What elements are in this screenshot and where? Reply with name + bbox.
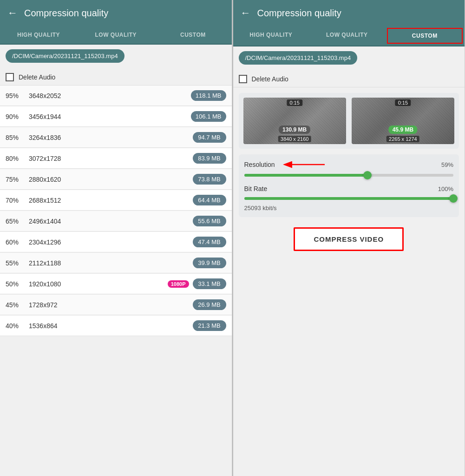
quality-percent: 90%	[6, 113, 29, 120]
right-back-button[interactable]: ←	[241, 7, 251, 19]
bitrate-kbits: 25093 kbit/s	[244, 205, 454, 212]
quality-size: 118.1 MB	[191, 90, 226, 101]
right-delete-audio-label: Delete Audio	[252, 75, 288, 83]
table-row[interactable]: 85%3264x183694.7 MB	[0, 127, 232, 148]
quality-size: 33.1 MB	[193, 278, 226, 289]
left-tab-high-quality[interactable]: HIGH QUALITY	[0, 26, 77, 44]
thumb-original-time: 0:15	[287, 99, 302, 106]
bitrate-label-row: Bit Rate 100%	[244, 185, 454, 192]
quality-resolution: 2880x1620	[29, 176, 193, 183]
badge-1080p: 1080P	[168, 280, 189, 288]
compress-btn-container: COMPRESS VIDEO	[239, 223, 459, 256]
resolution-slider-row: Resolution 59%	[244, 160, 454, 178]
left-tab-custom[interactable]: CUSTOM	[154, 26, 231, 44]
right-header: ← Compression quality	[233, 0, 465, 26]
quality-percent: 60%	[6, 238, 29, 246]
thumb-original-size: 130.9 MB	[279, 126, 310, 134]
thumb-compressed-size: 45.9 MB	[389, 126, 417, 134]
preview-original: 0:15 130.9 MB 3840 x 2160	[243, 98, 346, 144]
table-row[interactable]: 90%3456x1944106.1 MB	[0, 106, 232, 127]
thumb-original-container: 0:15 130.9 MB 3840 x 2160	[243, 98, 346, 144]
resolution-value: 59%	[441, 161, 453, 168]
quality-percent: 40%	[6, 322, 29, 330]
left-delete-audio-row: Delete Audio	[0, 69, 232, 86]
left-title: Compression quality	[24, 8, 108, 19]
quality-percent: 85%	[6, 134, 29, 141]
table-row[interactable]: 50%1920x10801080P33.1 MB	[0, 274, 232, 294]
bitrate-slider-fill	[244, 197, 454, 200]
quality-resolution: 1920x1080	[29, 280, 168, 288]
resolution-slider-fill	[244, 174, 368, 177]
quality-resolution: 2688x1512	[29, 197, 193, 204]
left-quality-list: 95%3648x2052118.1 MB90%3456x1944106.1 MB…	[0, 86, 232, 476]
thumb-compressed-container: 0:15 45.9 MB 2265 x 1274	[352, 98, 454, 144]
left-back-button[interactable]: ←	[7, 7, 18, 19]
left-file-path-container: /DCIM/Camera/20231121_115203.mp4	[0, 45, 232, 69]
table-row[interactable]: 80%3072x172883.9 MB	[0, 148, 232, 169]
quality-size: 83.9 MB	[193, 153, 226, 164]
right-file-path: /DCIM/Camera/20231121_115203.mp4	[239, 51, 358, 65]
right-delete-audio-checkbox[interactable]	[239, 75, 247, 83]
quality-resolution: 3648x2052	[29, 92, 191, 99]
table-row[interactable]: 70%2688x151264.4 MB	[0, 190, 232, 211]
compress-video-button[interactable]: COMPRESS VIDEO	[294, 227, 404, 251]
quality-percent: 50%	[6, 280, 29, 288]
right-tab-high-quality[interactable]: HIGH QUALITY	[233, 26, 309, 46]
thumb-compressed-time: 0:15	[395, 99, 411, 106]
sliders-section: Resolution 59%	[239, 154, 459, 217]
quality-resolution: 2112x1188	[29, 259, 193, 267]
right-tabs: HIGH QUALITY LOW QUALITY CUSTOM	[233, 26, 465, 46]
quality-size: 26.9 MB	[193, 299, 226, 310]
left-file-path: /DCIM/Camera/20231121_115203.mp4	[6, 49, 124, 63]
right-title: Compression quality	[257, 8, 341, 19]
quality-size: 73.8 MB	[193, 174, 226, 185]
bitrate-label: Bit Rate	[244, 185, 268, 192]
quality-size: 21.3 MB	[193, 320, 226, 331]
table-row[interactable]: 95%3648x2052118.1 MB	[0, 86, 232, 106]
quality-percent: 75%	[6, 176, 29, 183]
right-tab-low-quality[interactable]: LOW QUALITY	[309, 26, 385, 46]
quality-size: 47.4 MB	[193, 237, 226, 247]
right-tab-custom[interactable]: CUSTOM	[387, 28, 463, 44]
bitrate-value: 100%	[438, 185, 453, 192]
left-tabs: HIGH QUALITY LOW QUALITY CUSTOM	[0, 26, 232, 45]
quality-resolution: 1536x864	[29, 322, 193, 330]
table-row[interactable]: 65%2496x140455.6 MB	[0, 211, 232, 231]
resolution-label: Resolution	[244, 161, 275, 168]
right-panel: ← Compression quality HIGH QUALITY LOW Q…	[233, 0, 465, 476]
quality-percent: 55%	[6, 259, 29, 267]
quality-resolution: 2304x1296	[29, 238, 193, 246]
right-file-path-container: /DCIM/Camera/20231121_115203.mp4	[233, 46, 465, 71]
quality-percent: 95%	[6, 92, 29, 99]
quality-size: 94.7 MB	[193, 132, 226, 143]
quality-resolution: 3264x1836	[29, 134, 193, 141]
quality-size: 39.9 MB	[193, 258, 226, 268]
right-custom-content: 0:15 130.9 MB 3840 x 2160 0:15 45.9 MB 2…	[233, 87, 465, 476]
red-arrow-icon	[281, 160, 327, 169]
resolution-slider-thumb	[363, 171, 372, 179]
quality-resolution: 3456x1944	[29, 113, 191, 120]
table-row[interactable]: 40%1536x86421.3 MB	[0, 316, 232, 336]
bitrate-slider-track[interactable]	[244, 197, 454, 200]
quality-size: 55.6 MB	[193, 216, 226, 226]
left-panel: ← Compression quality HIGH QUALITY LOW Q…	[0, 0, 232, 476]
quality-resolution: 3072x1728	[29, 155, 193, 162]
quality-resolution: 2496x1404	[29, 218, 193, 225]
thumb-compressed-dim: 2265 x 1274	[386, 136, 419, 142]
bitrate-slider-row: Bit Rate 100% 25093 kbit/s	[244, 185, 454, 212]
quality-percent: 45%	[6, 301, 29, 309]
table-row[interactable]: 60%2304x129647.4 MB	[0, 232, 232, 252]
table-row[interactable]: 75%2880x162073.8 MB	[0, 169, 232, 190]
bitrate-slider-thumb	[449, 194, 458, 203]
left-header: ← Compression quality	[0, 0, 232, 26]
quality-resolution: 1728x972	[29, 301, 193, 309]
right-delete-audio-row: Delete Audio	[233, 71, 465, 87]
quality-size: 64.4 MB	[193, 195, 226, 205]
left-delete-audio-checkbox[interactable]	[6, 73, 14, 81]
left-tab-low-quality[interactable]: LOW QUALITY	[77, 26, 154, 44]
table-row[interactable]: 45%1728x97226.9 MB	[0, 295, 232, 315]
quality-percent: 80%	[6, 155, 29, 162]
resolution-slider-track[interactable]	[244, 174, 454, 177]
quality-percent: 70%	[6, 197, 29, 204]
table-row[interactable]: 55%2112x118839.9 MB	[0, 253, 232, 273]
